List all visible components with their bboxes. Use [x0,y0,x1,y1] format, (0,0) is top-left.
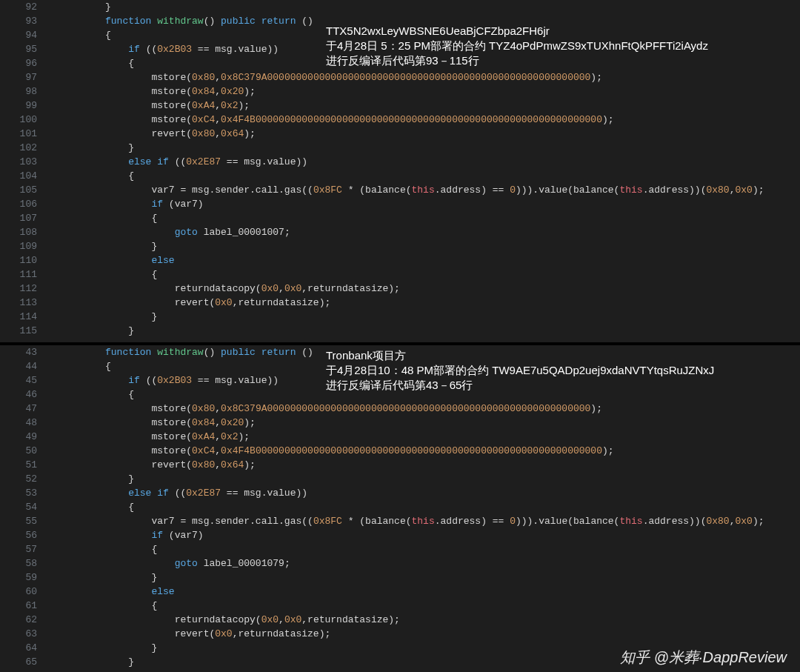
line-number: 104 [0,169,47,183]
code-line[interactable]: 54 { [0,500,800,514]
code-line[interactable]: 97 mstore(0x80,0x8C379A00000000000000000… [0,70,800,84]
code-line[interactable]: 53 else if ((0x2E87 == msg.value)) [0,486,800,500]
line-number: 101 [0,127,47,141]
code-line[interactable]: 48 mstore(0x84,0x20); [0,416,800,430]
code-line[interactable]: 111 { [0,267,800,282]
line-number: 92 [0,0,47,14]
callout-line: Tronbank项目方 [326,348,714,363]
line-number: 105 [0,183,47,197]
code-line[interactable]: 62 returndatacopy(0x0,0x0,returndatasize… [0,613,800,627]
line-number: 106 [0,197,47,211]
line-number: 97 [0,70,47,84]
code-line[interactable]: 104 { [0,169,800,183]
callout-text-2: Tronbank项目方 于4月28日10：48 PM部署的合约 TW9AE7u5… [326,348,714,393]
callout-text-1: TTX5N2wxLeyWBSNE6UeaBjCFZbpa2FH6jr 于4月28… [326,24,708,68]
code-line[interactable]: 56 if (var7) [0,528,800,542]
callout-line: 于4月28日10：48 PM部署的合约 TW9AE7u5QADp2uej9xda… [326,363,714,378]
line-number: 94 [0,28,47,42]
code-line[interactable]: 113 revert(0x0,returndatasize); [0,296,800,310]
callout-line: 于4月28日 5：25 PM部署的合约 TYZ4oPdPmwZS9xTUXhnF… [326,39,708,53]
line-number: 44 [0,359,47,373]
line-number: 52 [0,472,47,486]
code-line[interactable]: 108 goto label_00001007; [0,225,800,239]
line-number: 108 [0,225,47,239]
code-line[interactable]: 63 revert(0x0,returndatasize); [0,627,800,641]
code-line[interactable]: 105 var7 = msg.sender.call.gas((0x8FC * … [0,183,800,197]
code-line[interactable]: 58 goto label_00001079; [0,556,800,570]
callout-line: 进行反编译后代码第93－115行 [326,53,708,68]
watermark-text: 知乎 @米葬·DappReview [620,648,787,668]
code-line[interactable]: 114 } [0,310,800,324]
code-line[interactable]: 59 } [0,570,800,585]
code-line[interactable]: 103 else if ((0x2E87 == msg.value)) [0,155,800,169]
line-number: 114 [0,310,47,324]
line-number: 110 [0,253,47,267]
line-number: 115 [0,324,47,338]
code-line[interactable]: 115 } [0,324,800,338]
code-line[interactable]: 107 { [0,211,800,225]
line-number: 62 [0,613,47,627]
line-number: 61 [0,599,47,613]
code-line[interactable]: 60 else [0,585,800,599]
code-line[interactable]: 98 mstore(0x84,0x20); [0,84,800,99]
code-line[interactable]: 106 if (var7) [0,197,800,211]
code-line[interactable]: 57 { [0,542,800,556]
code-line[interactable]: 112 returndatacopy(0x0,0x0,returndatasiz… [0,282,800,296]
line-number: 49 [0,430,47,444]
line-number: 63 [0,627,47,641]
line-number: 64 [0,641,47,655]
code-line[interactable]: 100 mstore(0xC4,0x4F4B000000000000000000… [0,113,800,127]
code-line[interactable]: 52 } [0,472,800,486]
code-line[interactable]: 101 revert(0x80,0x64); [0,127,800,141]
line-number: 96 [0,56,47,70]
line-number: 57 [0,542,47,556]
line-number: 59 [0,570,47,585]
line-number: 53 [0,486,47,500]
line-number: 99 [0,99,47,113]
code-line[interactable]: 109 } [0,239,800,253]
code-line[interactable]: 55 var7 = msg.sender.call.gas((0x8FC * (… [0,514,800,528]
code-line[interactable]: 47 mstore(0x80,0x8C379A00000000000000000… [0,402,800,416]
code-line[interactable]: 50 mstore(0xC4,0x4F4B0000000000000000000… [0,444,800,458]
line-number: 111 [0,267,47,282]
code-panel-1: TTX5N2wxLeyWBSNE6UeaBjCFZbpa2FH6jr 于4月28… [0,0,800,342]
line-number: 93 [0,14,47,28]
line-number: 102 [0,141,47,155]
line-number: 55 [0,514,47,528]
line-number: 48 [0,416,47,430]
line-number: 43 [0,345,47,359]
code-line[interactable]: 99 mstore(0xA4,0x2); [0,99,800,113]
code-line[interactable]: 92 } [0,0,800,14]
line-number: 51 [0,458,47,472]
callout-line: TTX5N2wxLeyWBSNE6UeaBjCFZbpa2FH6jr [326,24,708,39]
line-number: 112 [0,282,47,296]
line-number: 98 [0,84,47,99]
code-line[interactable]: 49 mstore(0xA4,0x2); [0,430,800,444]
code-block-2[interactable]: 43 function withdraw() public return ()4… [0,345,800,669]
code-line[interactable]: 61 { [0,599,800,613]
line-number: 47 [0,402,47,416]
line-number: 58 [0,556,47,570]
code-line[interactable]: 110 else [0,253,800,267]
line-number: 65 [0,655,47,669]
line-number: 95 [0,42,47,56]
line-number: 103 [0,155,47,169]
line-number: 45 [0,373,47,387]
code-panel-2: Tronbank项目方 于4月28日10：48 PM部署的合约 TW9AE7u5… [0,345,800,672]
code-line[interactable]: 51 revert(0x80,0x64); [0,458,800,472]
line-number: 56 [0,528,47,542]
line-number: 113 [0,296,47,310]
line-number: 107 [0,211,47,225]
line-number: 100 [0,113,47,127]
callout-line: 进行反编译后代码第43－65行 [326,378,714,393]
line-number: 60 [0,585,47,599]
line-number: 50 [0,444,47,458]
line-number: 109 [0,239,47,253]
code-line[interactable]: 102 } [0,141,800,155]
line-number: 46 [0,387,47,402]
line-number: 54 [0,500,47,514]
